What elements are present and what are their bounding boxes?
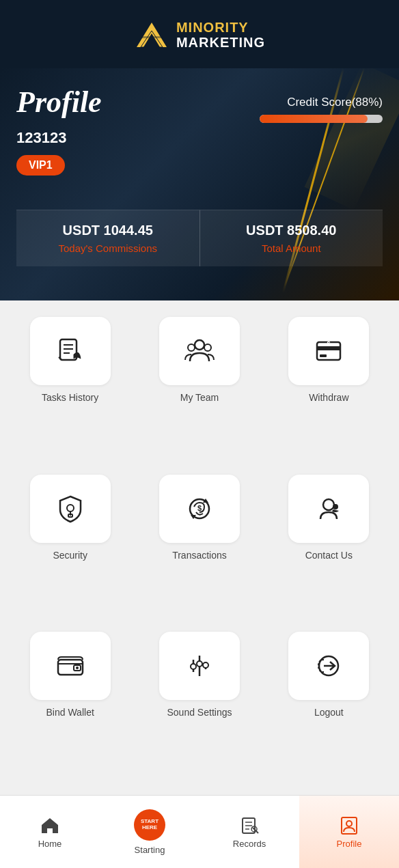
transactions-icon-box: $ <box>159 475 240 543</box>
nav-item-starting[interactable]: STARTHERE Starting <box>100 796 200 868</box>
stat-label-total: Total Amount <box>207 242 376 254</box>
credit-score-label: Credit Score(88%) <box>260 96 383 109</box>
sound-settings-icon <box>184 650 215 682</box>
svg-point-8 <box>195 340 204 350</box>
svg-point-29 <box>191 664 196 669</box>
menu-item-security[interactable]: Security <box>11 475 129 621</box>
security-icon <box>55 493 86 524</box>
home-nav-label: Home <box>38 839 62 849</box>
menu-item-sound-settings[interactable]: Sound Settings <box>140 632 258 779</box>
app-header: MINORITY MARKETING <box>0 0 399 68</box>
menu-item-contact-us[interactable]: Contact Us <box>270 475 388 621</box>
menu-item-bind-wallet[interactable]: Bind Wallet <box>11 632 129 779</box>
svg-point-9 <box>188 344 195 351</box>
starting-badge: STARTHERE <box>134 809 165 841</box>
contact-us-icon-box <box>288 475 369 543</box>
svg-rect-13 <box>320 354 327 357</box>
bind-wallet-label: Bind Wallet <box>46 707 94 718</box>
credit-score-section: Credit Score(88%) <box>260 96 383 123</box>
logo-text: MINORITY MARKETING <box>176 20 265 50</box>
svg-point-21 <box>333 504 338 509</box>
logout-label: Logout <box>314 707 344 718</box>
tasks-history-label: Tasks History <box>42 392 98 403</box>
my-team-icon-box <box>159 317 240 385</box>
svg-point-24 <box>76 667 79 669</box>
credit-bar-fill <box>260 115 368 123</box>
svg-marker-0 <box>137 23 167 47</box>
contact-us-icon <box>313 493 344 524</box>
svg-point-38 <box>346 821 352 826</box>
transactions-icon: $ <box>184 493 215 524</box>
nav-item-records[interactable]: Records <box>200 796 299 868</box>
profile-banner: Profile 123123 VIP1 Credit Score(88%) US… <box>0 68 399 300</box>
logout-icon-box <box>288 632 369 700</box>
security-label: Security <box>53 550 87 561</box>
svg-text:$: $ <box>197 504 202 512</box>
menu-item-withdraw[interactable]: $ Withdraw <box>270 317 388 464</box>
logo: MINORITY MARKETING <box>134 17 265 53</box>
svg-point-20 <box>323 499 334 510</box>
credit-bar-background <box>260 115 383 123</box>
records-nav-label: Records <box>233 839 266 849</box>
withdraw-label: Withdraw <box>309 392 348 403</box>
starting-nav-label: Starting <box>135 845 165 855</box>
sound-settings-icon-box <box>159 632 240 700</box>
vip-badge: VIP1 <box>16 155 65 176</box>
logo-line2: MARKETING <box>176 35 265 50</box>
menu-item-transactions[interactable]: $ Transactions <box>140 475 258 621</box>
menu-item-logout[interactable]: Logout <box>270 632 388 779</box>
withdraw-icon-box: $ <box>288 317 369 385</box>
transactions-label: Transactions <box>172 550 227 561</box>
logo-line1: MINORITY <box>176 20 265 35</box>
menu-item-my-team[interactable]: My Team <box>140 317 258 464</box>
my-team-label: My Team <box>180 392 219 403</box>
withdraw-icon: $ <box>313 335 344 367</box>
stat-total-amount: USDT 8508.40 Total Amount <box>200 210 383 266</box>
svg-rect-22 <box>58 660 83 675</box>
stat-todays-commissions: USDT 1044.45 Today's Commissions <box>16 210 200 266</box>
svg-rect-2 <box>141 36 163 38</box>
profile-icon <box>339 815 359 836</box>
logout-icon <box>313 650 344 682</box>
svg-text:$: $ <box>327 340 331 347</box>
stat-label-commissions: Today's Commissions <box>23 242 193 254</box>
nav-item-home[interactable]: Home <box>0 796 100 868</box>
stat-amount-commissions: USDT 1044.45 <box>23 223 193 238</box>
svg-point-30 <box>203 662 208 668</box>
menu-grid: Tasks History My Team $ Withdraw <box>0 300 399 795</box>
tasks-history-icon-box <box>30 317 111 385</box>
svg-line-7 <box>59 357 61 360</box>
svg-point-15 <box>67 505 74 512</box>
bind-wallet-icon-box <box>30 632 111 700</box>
svg-point-28 <box>197 661 202 667</box>
home-icon <box>40 815 60 836</box>
nav-item-profile[interactable]: Profile <box>299 796 399 868</box>
records-icon <box>239 815 260 836</box>
contact-us-label: Contact Us <box>305 550 353 561</box>
bind-wallet-icon <box>55 650 86 682</box>
security-icon-box <box>30 475 111 543</box>
profile-nav-label: Profile <box>337 839 362 849</box>
bottom-navigation: Home STARTHERE Starting Records Profile <box>0 795 399 868</box>
profile-user-id: 123123 <box>16 129 383 147</box>
tasks-history-icon <box>55 335 86 367</box>
stat-amount-total: USDT 8508.40 <box>207 223 376 238</box>
my-team-icon <box>184 335 215 367</box>
menu-item-tasks-history[interactable]: Tasks History <box>11 317 129 464</box>
logo-icon <box>134 17 169 53</box>
stats-row: USDT 1044.45 Today's Commissions USDT 85… <box>16 210 383 266</box>
sound-settings-label: Sound Settings <box>167 707 232 718</box>
svg-point-10 <box>204 344 211 351</box>
